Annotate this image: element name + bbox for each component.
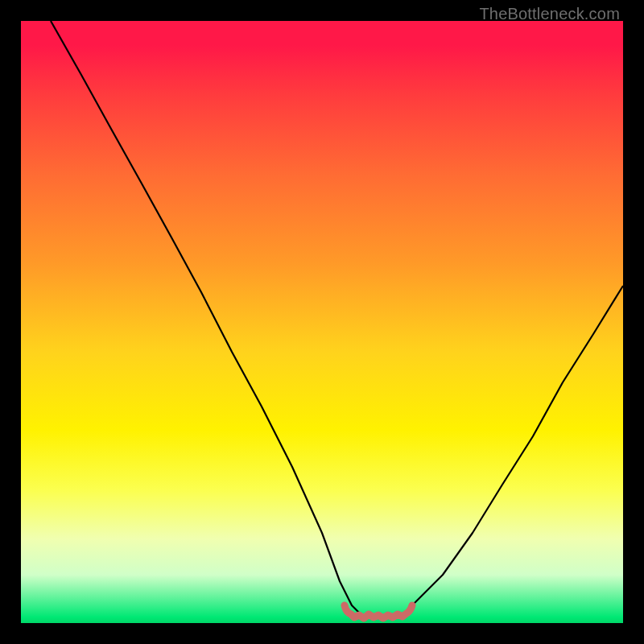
curve-layer bbox=[21, 21, 623, 623]
plot-area bbox=[21, 21, 623, 623]
chart-frame: TheBottleneck.com bbox=[0, 0, 644, 644]
bottleneck-curve-line bbox=[51, 21, 623, 617]
